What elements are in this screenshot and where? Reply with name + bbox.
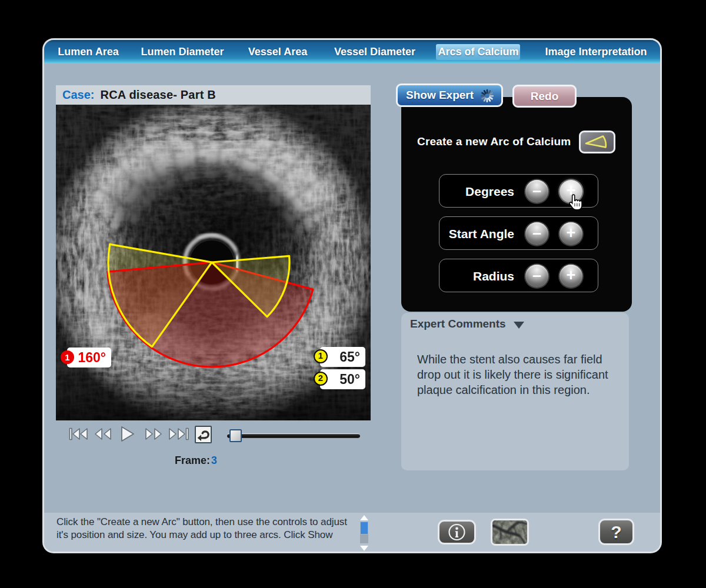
tab-image-interpretation[interactable]: Image Interpretation (545, 40, 647, 64)
playback-controls: Frame:3 (56, 420, 371, 467)
scrollbar-thumb[interactable] (360, 522, 368, 534)
degrees-minus-button[interactable]: – (525, 180, 548, 203)
scrollbar-track[interactable] (360, 534, 368, 543)
arc-measure-label-yellow-1: 1 65° (320, 347, 365, 367)
tab-bar: Lumen Area Lumen Diameter Vessel Area Ve… (44, 40, 660, 64)
start-angle-plus-button[interactable]: + (560, 222, 582, 245)
tab-vessel-diameter[interactable]: Vessel Diameter (334, 40, 415, 64)
skip-end-button[interactable] (168, 427, 189, 443)
expert-comments-header[interactable]: Expert Comments (410, 318, 506, 330)
scroll-down-icon[interactable] (360, 546, 368, 551)
hand-cursor-icon (568, 194, 584, 212)
chevron-down-icon[interactable] (514, 322, 524, 329)
expert-comments-panel: Expert Comments While the stent also cau… (401, 313, 629, 470)
tab-vessel-area[interactable]: Vessel Area (248, 40, 307, 64)
arc-measure-label-red: 1 160° (67, 348, 111, 368)
play-icon (120, 426, 135, 442)
frame-slider-handle[interactable] (229, 429, 242, 442)
arc-measure-label-yellow-2: 2 50° (320, 369, 365, 389)
skip-start-icon (69, 427, 89, 440)
tab-arcs-of-calcium[interactable]: Arcs of Calcium (438, 40, 518, 64)
angiogram-thumbnail-button[interactable] (491, 519, 529, 546)
tab-lumen-diameter[interactable]: Lumen Diameter (141, 40, 224, 64)
show-expert-label: Show Expert (406, 89, 474, 101)
case-label: Case: (62, 88, 94, 101)
start-angle-minus-button[interactable]: – (525, 222, 548, 245)
radius-minus-button[interactable]: – (525, 265, 548, 288)
tab-lumen-area[interactable]: Lumen Area (58, 40, 118, 64)
degrees-label: Degrees (465, 175, 514, 208)
play-button[interactable] (120, 427, 135, 445)
rewind-icon (93, 427, 113, 440)
radius-label: Radius (473, 259, 514, 293)
start-angle-row: Start Angle – + (439, 216, 598, 250)
radius-plus-button[interactable]: + (560, 265, 582, 288)
frame-slider[interactable] (227, 433, 360, 438)
fast-forward-button[interactable] (144, 427, 164, 443)
create-arc-button[interactable] (579, 131, 615, 153)
angiogram-image (492, 520, 527, 544)
scroll-up-icon[interactable] (360, 515, 368, 520)
arc-number-badge: 1 (61, 350, 74, 364)
info-button[interactable] (438, 520, 476, 544)
create-arc-label: Create a new Arc of Calcium (417, 135, 571, 148)
arc-number-badge: 1 (314, 349, 328, 363)
frame-label: Frame: (175, 455, 210, 466)
skip-start-button[interactable] (69, 427, 89, 443)
ivus-image[interactable]: 1 160° 1 65° 2 50° (56, 105, 371, 420)
case-title: RCA disease- Part B (100, 88, 215, 101)
arc-wedge-icon (581, 132, 614, 152)
instruction-text: Click the "Create a new Arc" button, the… (56, 516, 374, 541)
redo-button[interactable]: Redo (512, 85, 577, 108)
fast-forward-icon (144, 427, 164, 440)
start-angle-label: Start Angle (449, 217, 514, 250)
arc-number-badge: 2 (314, 372, 328, 386)
frame-indicator: Frame:3 (56, 455, 336, 467)
frame-value: 3 (211, 455, 217, 466)
app-window: Lumen Area Lumen Diameter Vessel Area Ve… (44, 40, 660, 552)
hand-cursor (568, 194, 584, 215)
skip-end-icon (168, 427, 189, 440)
instruction-scrollbar[interactable] (360, 515, 368, 550)
spinner-rays (479, 88, 495, 103)
bottom-bar: Click the "Create a new Arc" button, the… (44, 513, 660, 552)
info-icon (439, 522, 474, 543)
expert-comment-text: While the stent also causes far field dr… (417, 352, 617, 397)
loop-icon (196, 427, 211, 442)
rewind-button[interactable] (93, 427, 113, 443)
help-button[interactable]: ? (598, 519, 634, 545)
case-bar: Case:RCA disease- Part B (56, 85, 371, 105)
loop-button[interactable] (195, 426, 212, 443)
radius-row: Radius – + (439, 259, 598, 292)
show-expert-button[interactable]: Show Expert (396, 83, 503, 107)
